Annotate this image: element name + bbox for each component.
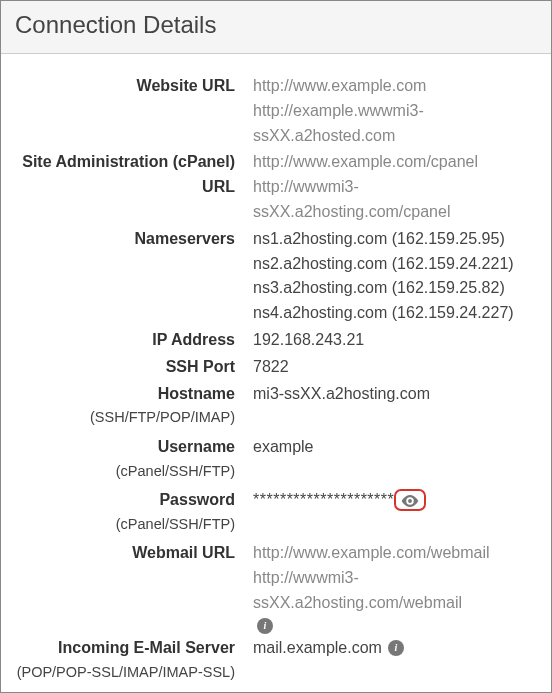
row-admin-url: Site Administration (cPanel) URL http://… — [15, 150, 537, 224]
webmail-url-link[interactable]: http://www.example.com/webmail — [253, 541, 537, 566]
info-icon[interactable]: i — [257, 618, 273, 634]
row-outgoing-mail: Outgoing E-Mail Server (SMTP/SMTP-SSL) m… — [15, 689, 537, 693]
label-password: Password — [15, 488, 235, 513]
incoming-mail-value: mail.example.com — [253, 636, 382, 661]
label-webmail-url: Webmail URL — [15, 541, 235, 566]
password-masked: ********************* — [253, 488, 394, 513]
label-hostname-sub: (SSH/FTP/POP/IMAP) — [15, 406, 235, 428]
row-webmail-url: Webmail URL http://www.example.com/webma… — [15, 541, 537, 633]
label-incoming-mail-sub: (POP/POP-SSL/IMAP/IMAP-SSL) — [15, 661, 235, 683]
label-ssh-port: SSH Port — [15, 355, 235, 380]
panel-header: Connection Details — [1, 1, 551, 54]
label-username: Username — [15, 435, 235, 460]
row-ssh-port: SSH Port 7822 — [15, 355, 537, 380]
ssh-port-value: 7822 — [253, 355, 537, 380]
website-url-link[interactable]: http://example.wwwmi3-ssXX.a2hosted.com — [253, 99, 537, 149]
row-hostname: Hostname (SSH/FTP/POP/IMAP) mi3-ssXX.a2h… — [15, 382, 537, 429]
label-username-sub: (cPanel/SSH/FTP) — [15, 460, 235, 482]
label-website-url: Website URL — [15, 74, 235, 99]
svg-point-0 — [408, 500, 412, 504]
panel-title: Connection Details — [15, 11, 537, 39]
info-icon[interactable]: i — [388, 640, 404, 656]
label-hostname: Hostname — [15, 382, 235, 407]
website-url-link[interactable]: http://www.example.com — [253, 74, 537, 99]
nameserver-value: ns2.a2hosting.com (162.159.24.221) — [253, 252, 537, 277]
ip-address-value: 192.168.243.21 — [253, 328, 537, 353]
label-admin-url: Site Administration (cPanel) URL — [15, 150, 235, 200]
panel-body: Website URL http://www.example.com http:… — [1, 54, 551, 693]
label-incoming-mail: Incoming E-Mail Server — [15, 636, 235, 661]
nameserver-value: ns3.a2hosting.com (162.159.25.82) — [253, 276, 537, 301]
nameserver-value: ns1.a2hosting.com (162.159.25.95) — [253, 227, 537, 252]
outgoing-mail-value: mail.example.com — [253, 689, 382, 693]
username-value: example — [253, 435, 537, 460]
eye-icon — [401, 495, 419, 507]
row-nameservers: Nameservers ns1.a2hosting.com (162.159.2… — [15, 227, 537, 326]
row-password: Password (cPanel/SSH/FTP) **************… — [15, 488, 537, 535]
row-ip-address: IP Address 192.168.243.21 — [15, 328, 537, 353]
row-incoming-mail: Incoming E-Mail Server (POP/POP-SSL/IMAP… — [15, 636, 537, 683]
label-nameservers: Nameservers — [15, 227, 235, 252]
hostname-value: mi3-ssXX.a2hosting.com — [253, 382, 537, 407]
label-ip-address: IP Address — [15, 328, 235, 353]
nameserver-value: ns4.a2hosting.com (162.159.24.227) — [253, 301, 537, 326]
label-outgoing-mail: Outgoing E-Mail Server — [15, 689, 235, 693]
admin-url-link[interactable]: http://wwwmi3-ssXX.a2hosting.com/cpanel — [253, 175, 537, 225]
row-username: Username (cPanel/SSH/FTP) example — [15, 435, 537, 482]
webmail-url-link[interactable]: http://wwwmi3-ssXX.a2hosting.com/webmail — [253, 566, 537, 616]
row-website-url: Website URL http://www.example.com http:… — [15, 74, 537, 148]
admin-url-link[interactable]: http://www.example.com/cpanel — [253, 150, 537, 175]
reveal-password-button[interactable] — [394, 489, 426, 511]
label-password-sub: (cPanel/SSH/FTP) — [15, 513, 235, 535]
